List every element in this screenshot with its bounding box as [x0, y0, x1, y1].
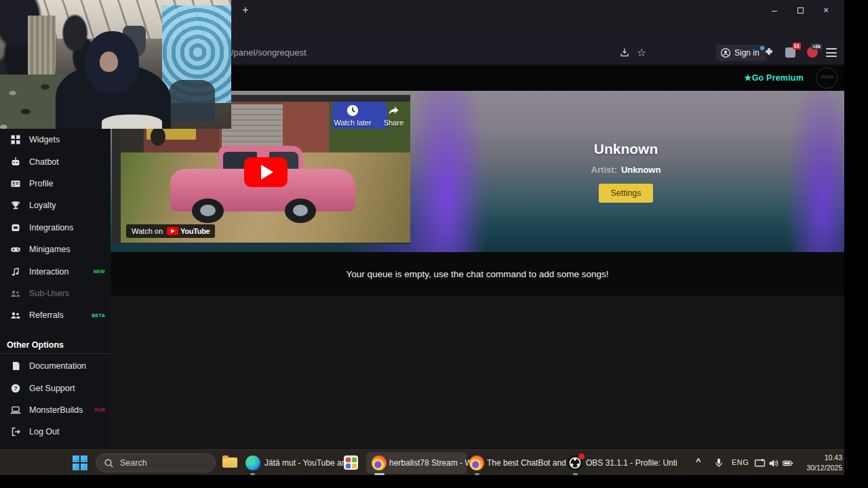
logout-icon	[10, 426, 21, 437]
webcam-overlay	[0, 0, 231, 129]
stream-capture: + – × ∨ /panel/songrequest ☆	[0, 0, 868, 488]
blocker-extension-button[interactable]: >2k	[807, 46, 818, 58]
taskbar-clock[interactable]: 10.43 30/12/2025	[800, 453, 842, 472]
share-button[interactable]: Share	[384, 104, 403, 127]
speaker-icon	[768, 458, 779, 469]
widgets-icon	[10, 134, 21, 145]
search-placeholder: Search	[120, 458, 147, 468]
signin-label: Sign in	[734, 48, 760, 58]
bookmark-button[interactable]: ☆	[635, 47, 648, 59]
tray-expand-chevron[interactable]: ^	[696, 456, 701, 466]
watch-on-youtube-link[interactable]: Watch on YouTube	[126, 224, 215, 238]
pinned-app-button[interactable]	[344, 455, 358, 470]
watch-later-clock-icon	[346, 104, 359, 117]
start-button[interactable]	[73, 455, 87, 470]
hub-badge: HUB	[94, 407, 105, 412]
new-badge: NEW	[94, 269, 105, 274]
address-bar[interactable]: /panel/songrequest	[231, 47, 307, 58]
extension-icon	[764, 46, 774, 57]
firefox-signin-button[interactable]: Sign in	[716, 45, 766, 61]
sidebar-item-log-out[interactable]: Log Out	[0, 421, 111, 443]
sub-users-icon	[10, 288, 21, 299]
obs-running-indicator	[573, 473, 578, 475]
share-icon	[387, 104, 400, 117]
volume-tray-button[interactable]	[768, 458, 778, 468]
account-icon	[720, 47, 731, 58]
svg-text:?: ?	[14, 385, 17, 392]
blocker-badge: >2k	[811, 43, 822, 49]
menu-button[interactable]	[826, 48, 837, 57]
battery-icon	[782, 458, 793, 469]
sidebar-item-sub-users[interactable]: Sub-Users	[0, 283, 111, 304]
minimize-button[interactable]: –	[762, 0, 787, 20]
obs-window-title[interactable]: OBS 31.1.1 - Profile: Unti	[586, 458, 677, 468]
youtube-logo: YouTube	[167, 227, 210, 235]
edge-window-title[interactable]: Jätä mut - YouTube and	[264, 458, 351, 468]
sidebar-section-title: Other Options	[0, 336, 111, 354]
sidebar-item-profile[interactable]: Profile	[0, 173, 111, 195]
youtube-play-button[interactable]	[244, 157, 288, 187]
queue-bar: Your queue is empty, use the chat comman…	[111, 252, 844, 296]
sidebar-item-chatbot[interactable]: Chatbot	[0, 150, 111, 172]
settings-button[interactable]: Settings	[599, 184, 652, 203]
extension-button[interactable]	[764, 46, 775, 58]
queue-empty-message: Your queue is empty, use the chat comman…	[346, 269, 608, 279]
obs-app-button[interactable]	[567, 455, 583, 471]
save-page-button[interactable]	[619, 47, 631, 59]
language-indicator[interactable]: ENG	[732, 458, 749, 466]
gamepad-icon	[10, 244, 21, 255]
user-avatar[interactable]	[816, 67, 837, 89]
firefox-app-button-2[interactable]	[469, 455, 484, 470]
watch-later-button[interactable]: Watch later	[334, 104, 371, 127]
firefox-app-button-active[interactable]	[372, 455, 387, 470]
maximize-button[interactable]	[787, 0, 813, 20]
battery-tray-button[interactable]	[782, 458, 793, 468]
adblock-extension-button[interactable]: 11	[785, 46, 797, 58]
sidebar-item-widgets[interactable]: Widgets	[0, 129, 111, 150]
maximize-icon	[797, 7, 804, 14]
save-icon	[619, 47, 630, 58]
firefox-window-title[interactable]: herbalist78 Stream - Wa	[389, 458, 477, 468]
search-icon	[104, 458, 114, 468]
beta-badge: BETA	[92, 313, 105, 318]
sidebar-item-integrations[interactable]: Integrations	[0, 217, 111, 239]
bookmark-star-icon: ☆	[635, 47, 648, 59]
webcam-person-face	[100, 52, 118, 72]
close-button[interactable]: ×	[813, 0, 839, 20]
file-explorer-button[interactable]	[222, 458, 237, 468]
clock-date: 30/12/2025	[800, 463, 842, 473]
firefox-active-indicator	[374, 473, 384, 475]
sidebar-item-loyalty[interactable]: Loyalty	[0, 195, 111, 216]
help-icon: ?	[10, 383, 21, 394]
queue-list-area	[111, 296, 844, 449]
webcam-pillow	[102, 115, 162, 129]
profile-card-icon	[10, 178, 21, 189]
firefox2-window-title[interactable]: The best ChatBot and W	[487, 458, 576, 468]
windows-taskbar: Search Jätä mut - YouTube and herbalist7…	[0, 449, 844, 475]
edge-app-button[interactable]	[245, 455, 260, 470]
edge-running-indicator	[250, 473, 255, 475]
microphone-tray-button[interactable]	[713, 458, 724, 468]
sidebar-item-minigames[interactable]: Minigames	[0, 239, 111, 260]
clock-time: 10.43	[800, 453, 842, 463]
adblock-badge: 11	[793, 43, 801, 49]
new-tab-button[interactable]: +	[237, 2, 254, 18]
youtube-play-icon	[167, 227, 178, 235]
microphone-icon	[713, 458, 724, 468]
go-premium-button[interactable]: ★Go Premium	[744, 73, 804, 83]
trophy-icon	[10, 200, 21, 211]
laptop-icon	[10, 405, 21, 415]
sidebar-item-interaction[interactable]: Interaction NEW	[0, 260, 111, 282]
window-controls: – ×	[762, 0, 839, 20]
song-artist: Artist:Unknown	[524, 165, 728, 175]
obs-recording-dot	[578, 453, 585, 460]
premium-star-icon: ★	[744, 73, 751, 83]
taskbar-search-input[interactable]: Search	[96, 453, 216, 472]
sidebar-item-documentation[interactable]: Documentation	[0, 355, 111, 377]
sidebar-item-referrals[interactable]: Referrals BETA	[0, 304, 111, 326]
sidebar-item-monsterbuilds[interactable]: MonsterBuilds HUB	[0, 399, 111, 421]
sidebar: Widgets Chatbot Profile Loyalty	[0, 91, 111, 449]
cast-tray-button[interactable]	[754, 458, 765, 468]
sidebar-item-get-support[interactable]: ? Get Support	[0, 377, 111, 399]
integrations-icon	[10, 222, 21, 233]
